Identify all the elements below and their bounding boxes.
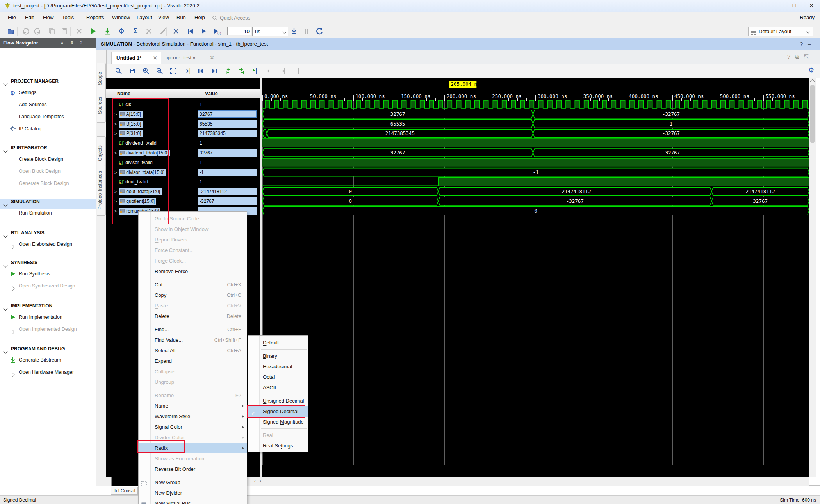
collapse-chevron-icon[interactable] [4,147,7,154]
menu-item-unsigned-decimal[interactable]: Unsigned Decimal [248,396,308,406]
menu-item-hexadecimal[interactable]: Hexadecimal [248,361,308,372]
signal-value-row[interactable]: 1 [196,138,260,148]
menubar-item-reports[interactable]: Reports [86,14,104,20]
signal-row[interactable]: > dividend_tdata[15:0] [106,148,196,158]
expand-chevron-icon[interactable] [11,328,14,335]
signal-value[interactable]: -32767 [198,197,257,205]
signal-value-row[interactable]: 1 [196,158,260,168]
collapse-chevron-icon[interactable] [4,232,7,239]
value-column-header[interactable]: Value [196,89,260,98]
menubar-item-edit[interactable]: Edit [25,14,34,20]
signal-value-row[interactable]: -1 [196,168,260,177]
toolbar-open-project-icon[interactable] [6,26,16,36]
wavetb-save-waveform-icon[interactable] [127,66,137,76]
signal-row[interactable]: dividend_tvalid [106,138,196,148]
maximize-panel-icon[interactable]: ⇱ [804,53,813,60]
menu-item-signed-magnitude[interactable]: Signed Magnitude [248,417,308,427]
signal-name[interactable]: A[15:0] [119,111,143,118]
sidebar-item-settings[interactable]: Settings [19,90,36,95]
expand-chevron-icon[interactable] [11,243,14,250]
signal-name[interactable]: B[15:0] [119,121,143,128]
expand-signal-icon[interactable]: > [114,189,117,194]
signal-value[interactable]: 1 [198,139,257,147]
signal-value-row[interactable]: 32767 [196,148,260,158]
signal-row[interactable]: > A[15:0] [106,110,196,119]
signal-value[interactable]: -2147418112 [198,188,257,195]
menubar-item-window[interactable]: Window [112,14,130,20]
menu-item-new-virtual-bus[interactable]: New Virtual Bus [139,498,247,504]
menubar-item-tools[interactable]: Tools [62,14,74,20]
wavetb-zoom-in-icon[interactable] [141,66,151,76]
signal-value-row[interactable]: 1 [196,177,260,187]
name-column-header[interactable]: Name [106,89,196,98]
float-window-icon[interactable]: ⧉ [795,53,804,60]
menu-item-real-settings-[interactable]: Real Settings... [248,440,308,451]
toolbar-run-for-time-icon[interactable]: (T) [212,26,222,36]
expand-chevron-icon[interactable] [11,285,14,292]
toolbar-run-icon[interactable] [88,26,98,36]
menu-item-find-value-[interactable]: Find Value...Ctrl+Shift+F [139,335,247,345]
signal-value-row[interactable]: -32767 [196,197,260,206]
menu-item-copy[interactable]: CopyCtrl+C [139,290,247,300]
menubar-item-file[interactable]: File [8,14,16,20]
menu-item-signal-color[interactable]: Signal Color [139,422,247,432]
signal-row[interactable]: > divisor_tdata[15:0] [106,168,196,177]
signal-value[interactable]: 2147385345 [198,130,257,137]
menubar-item-run[interactable]: Run [176,14,186,20]
collapse-left-icon[interactable]: ‹ [260,478,261,483]
menu-item-expand[interactable]: Expand [139,356,247,366]
menu-item-name[interactable]: Name [139,401,247,411]
signal-row[interactable]: > quotient[15:0] [106,197,196,206]
signal-name[interactable]: dout_tdata[31:0] [119,188,162,195]
collapse-chevron-icon[interactable] [4,348,7,355]
menubar-item-view[interactable]: View [158,14,169,20]
sidebar-item-run-implementation[interactable]: Run Implementation [19,314,62,320]
menu-item-waveform-style[interactable]: Waveform Style [139,411,247,422]
sidebar-section-simulation[interactable]: SIMULATION [11,199,40,204]
menu-item-cut[interactable]: CutCtrl+X [139,279,247,290]
wavetb-goto-start-icon[interactable] [196,66,206,76]
signal-row[interactable]: > P[31:0] [106,129,196,138]
expand-signal-icon[interactable]: > [114,170,117,175]
sidebar-section-project-manager[interactable]: PROJECT MANAGER [11,78,59,84]
signal-row[interactable]: dout_tvalid [106,177,196,187]
signal-name[interactable]: dout_tvalid [119,179,148,185]
signal-value[interactable]: 1 [198,159,257,167]
menubar-item-flow[interactable]: Flow [43,14,53,20]
minimize-button[interactable]: – [768,0,786,11]
close-button[interactable]: ✕ [803,0,820,11]
wavetb-zoom-fit-icon[interactable] [168,66,178,76]
run-time-input[interactable] [227,27,251,35]
layout-select[interactable]: Default Layout [748,27,813,36]
signal-value-row[interactable]: -2147418112 [196,187,260,197]
scroll-up-icon[interactable] [810,79,815,84]
sidebar-section-rtl-analysis[interactable]: RTL ANALYSIS [11,230,45,236]
sidebar-item-ip-catalog[interactable]: IP Catalog [19,126,41,131]
signal-value[interactable]: 65535 [198,120,257,128]
signal-value[interactable]: 1 [198,101,257,108]
wavetb-search-icon[interactable] [114,66,124,76]
signal-value[interactable]: 1 [198,178,257,186]
signal-row[interactable]: clk [106,100,196,110]
signal-row[interactable]: divisor_tvalid [106,158,196,168]
signal-row[interactable]: > dout_tdata[31:0] [106,187,196,197]
menubar-item-help[interactable]: Help [194,14,205,20]
sidebar-item-open-hardware-manager[interactable]: Open Hardware Manager [19,369,74,375]
sidebar-item-language-templates[interactable]: Language Templates [19,114,64,119]
close-tab-icon[interactable]: ✕ [210,52,214,64]
sidebar-item-add-sources[interactable]: Add Sources [19,102,47,107]
wavetb-add-marker-icon[interactable] [250,66,260,76]
menu-item-reverse-bit-order[interactable]: Reverse Bit Order [139,464,247,474]
help-icon[interactable]: ? [800,41,808,47]
expand-signal-icon[interactable]: > [114,199,117,204]
toolbar-report-sum-icon[interactable]: Σ [130,26,141,36]
sidebar-item-generate-bitstream[interactable]: Generate Bitstream [19,357,61,363]
wavetb-goto-time-cursor-icon[interactable] [182,66,192,76]
sidebar-section-synthesis[interactable]: SYNTHESIS [11,260,37,265]
menu-item-radix[interactable]: Radix [139,443,247,453]
signal-value-row[interactable]: 65535 [196,119,260,129]
sidebar-item-run-simulation[interactable]: Run Simulation [19,210,52,216]
tab-tcl-console[interactable]: Tcl Consol [111,487,138,495]
toolbar-step-into-icon[interactable] [102,26,112,36]
menu-item-new-group[interactable]: New Group [139,477,247,488]
